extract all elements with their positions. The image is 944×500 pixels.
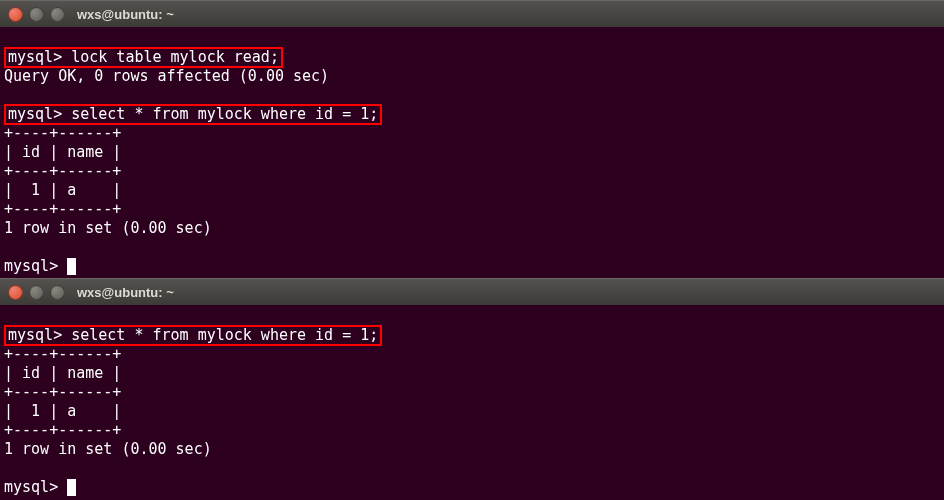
mysql-prompt: mysql> bbox=[8, 326, 71, 344]
table-header: | id | name | bbox=[4, 364, 121, 382]
sql-command-select: select * from mylock where id = 1; bbox=[71, 326, 378, 344]
table-header: | id | name | bbox=[4, 143, 121, 161]
table-border: +----+------+ bbox=[4, 383, 121, 401]
mysql-prompt: mysql> bbox=[8, 48, 71, 66]
highlight-select-command-2: mysql> select * from mylock where id = 1… bbox=[4, 325, 382, 346]
output-line: Query OK, 0 rows affected (0.00 sec) bbox=[4, 67, 329, 85]
close-icon[interactable] bbox=[8, 7, 23, 22]
close-icon[interactable] bbox=[8, 285, 23, 300]
sql-command-select: select * from mylock where id = 1; bbox=[71, 105, 378, 123]
cursor-icon bbox=[67, 258, 76, 275]
maximize-icon[interactable] bbox=[50, 7, 65, 22]
terminal-window-2: wxs@ubuntu: ~ mysql> select * from myloc… bbox=[0, 278, 944, 499]
minimize-icon[interactable] bbox=[29, 7, 44, 22]
mysql-prompt: mysql> bbox=[4, 478, 67, 496]
table-border: +----+------+ bbox=[4, 345, 121, 363]
terminal-body-1[interactable]: mysql> lock table mylock read; Query OK,… bbox=[0, 27, 944, 278]
highlight-select-command-1: mysql> select * from mylock where id = 1… bbox=[4, 104, 382, 125]
titlebar-2: wxs@ubuntu: ~ bbox=[0, 278, 944, 305]
highlight-lock-command: mysql> lock table mylock read; bbox=[4, 47, 283, 68]
table-row: | 1 | a | bbox=[4, 181, 121, 199]
titlebar-1: wxs@ubuntu: ~ bbox=[0, 0, 944, 27]
cursor-icon bbox=[67, 479, 76, 496]
terminal-window-1: wxs@ubuntu: ~ mysql> lock table mylock r… bbox=[0, 0, 944, 278]
table-border: +----+------+ bbox=[4, 124, 121, 142]
maximize-icon[interactable] bbox=[50, 285, 65, 300]
mysql-prompt: mysql> bbox=[8, 105, 71, 123]
sql-command-lock: lock table mylock read; bbox=[71, 48, 279, 66]
window-title-2: wxs@ubuntu: ~ bbox=[77, 285, 174, 300]
table-border: +----+------+ bbox=[4, 421, 121, 439]
table-border: +----+------+ bbox=[4, 200, 121, 218]
mysql-prompt: mysql> bbox=[4, 257, 67, 275]
window-title-1: wxs@ubuntu: ~ bbox=[77, 7, 174, 22]
output-line: 1 row in set (0.00 sec) bbox=[4, 440, 212, 458]
table-row: | 1 | a | bbox=[4, 402, 121, 420]
minimize-icon[interactable] bbox=[29, 285, 44, 300]
terminal-body-2[interactable]: mysql> select * from mylock where id = 1… bbox=[0, 305, 944, 499]
table-border: +----+------+ bbox=[4, 162, 121, 180]
output-line: 1 row in set (0.00 sec) bbox=[4, 219, 212, 237]
